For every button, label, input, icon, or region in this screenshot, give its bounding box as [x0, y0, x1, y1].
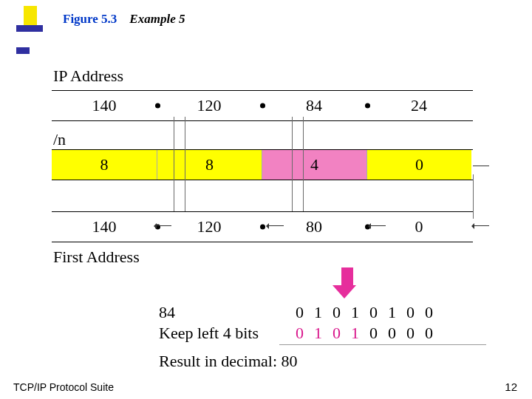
label-first-address: First Address [53, 248, 140, 267]
dot-icon [365, 103, 370, 109]
bit: 0 [332, 324, 351, 342]
ip-octet-4: 24 [366, 91, 471, 120]
bit: 0 [406, 324, 425, 342]
bit: 0 [425, 324, 443, 342]
bit: 0 [388, 324, 406, 342]
first-octet-4: 0 [366, 212, 471, 242]
connector-line [185, 117, 185, 211]
bit: 1 [351, 324, 369, 342]
mask-octet-2: 8 [157, 150, 262, 180]
bit: 0 [406, 303, 425, 321]
row-ip-address: 140 120 84 24 [52, 90, 473, 121]
bit: 1 [388, 303, 406, 321]
bit: 0 [296, 324, 314, 342]
arrow-left-icon [267, 225, 284, 226]
binary-row1-label: 84 [159, 303, 175, 322]
pink-down-arrow-icon [338, 267, 356, 299]
arrow-left-icon [155, 225, 171, 226]
connector-line [303, 117, 304, 211]
mask-octet-3: 4 [262, 150, 366, 180]
bit: 0 [296, 303, 314, 321]
binary-row2: 01010000 [296, 324, 443, 343]
figure-label: Figure 5.3 [63, 12, 117, 26]
bit: 1 [314, 324, 332, 342]
bit: 1 [314, 303, 332, 321]
figure-title: Figure 5.3 Example 5 [63, 12, 185, 27]
ip-octet-1: 140 [52, 91, 157, 120]
result-label: Result in decimal: 80 [159, 352, 298, 371]
binary-row2-label: Keep left 4 bits [159, 324, 259, 343]
arrow-left-icon [369, 225, 386, 226]
bit: 0 [332, 303, 351, 321]
ip-octet-3: 84 [262, 91, 366, 120]
footer-text: TCP/IP Protocol Suite [13, 381, 114, 393]
connector-line [292, 117, 293, 211]
mask-octet-1: 8 [52, 150, 157, 180]
bit: 0 [369, 303, 388, 321]
bits-underline [279, 344, 486, 345]
bit: 0 [369, 324, 388, 342]
connector-line [473, 174, 474, 219]
mask-octet-4: 0 [366, 150, 471, 180]
binary-row1: 01010100 [296, 303, 443, 322]
bit: 0 [425, 303, 443, 321]
dot-icon [260, 103, 265, 109]
first-octet-1: 140 [52, 212, 157, 242]
ip-octet-2: 120 [157, 91, 262, 120]
row-prefix-mask: 8 8 4 0 [52, 149, 473, 180]
page-number: 12 [505, 381, 517, 393]
label-ip-address: IP Address [53, 66, 123, 86]
bit: 1 [351, 303, 369, 321]
dot-icon [155, 103, 160, 109]
label-prefix-n: /n [53, 130, 66, 149]
connector-line [174, 117, 174, 211]
row-first-address: 140 120 80 0 [52, 211, 473, 242]
figure-name: Example 5 [129, 12, 185, 26]
first-octet-2: 120 [157, 212, 262, 242]
arrow-left-icon [473, 225, 489, 226]
connector-line [473, 166, 489, 166]
first-octet-3: 80 [262, 212, 366, 242]
